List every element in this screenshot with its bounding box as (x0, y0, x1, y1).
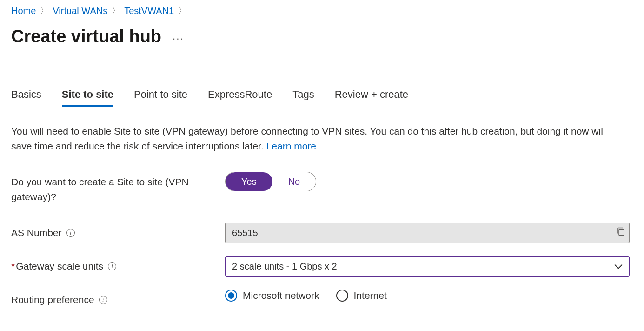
scale-units-value: 2 scale units - 1 Gbps x 2 (225, 256, 630, 277)
more-actions-button[interactable]: ··· (173, 33, 184, 45)
breadcrumb-item-virtual-wans[interactable]: Virtual WANs (53, 6, 107, 16)
label-routing-preference: Routing preference (11, 292, 94, 307)
svg-rect-0 (619, 230, 624, 236)
tabs: Basics Site to site Point to site Expres… (11, 88, 633, 107)
required-indicator: * (11, 261, 15, 271)
breadcrumb: Home 〉 Virtual WANs 〉 TestVWAN1 〉 (11, 0, 633, 18)
radio-label-internet: Internet (354, 290, 387, 301)
copy-icon[interactable] (617, 227, 625, 239)
tab-point-to-site[interactable]: Point to site (134, 88, 187, 107)
page-title: Create virtual hub (11, 27, 161, 47)
tab-expressroute[interactable]: ExpressRoute (208, 88, 272, 107)
row-scale-units: *Gateway scale units i 2 scale units - 1… (11, 256, 633, 277)
breadcrumb-item-home[interactable]: Home (11, 6, 36, 16)
scale-units-select[interactable]: 2 scale units - 1 Gbps x 2 (225, 256, 630, 277)
label-create-gateway: Do you want to create a Site to site (VP… (11, 175, 206, 204)
info-icon[interactable]: i (99, 296, 107, 304)
tab-review-create[interactable]: Review + create (335, 88, 408, 107)
as-number-input (225, 223, 630, 243)
info-icon[interactable]: i (66, 229, 75, 237)
row-routing-preference: Routing preference i Microsoft network I… (11, 290, 633, 307)
label-scale-units: *Gateway scale units (11, 259, 103, 274)
tab-site-to-site[interactable]: Site to site (62, 88, 113, 107)
routing-preference-group: Microsoft network Internet (225, 290, 633, 302)
tab-basics[interactable]: Basics (11, 88, 41, 107)
toggle-option-yes[interactable]: Yes (226, 172, 272, 191)
learn-more-link[interactable]: Learn more (266, 141, 316, 151)
tab-tags[interactable]: Tags (292, 88, 314, 107)
intro-text: You will need to enable Site to site (VP… (11, 124, 625, 153)
breadcrumb-item-testvwan1[interactable]: TestVWAN1 (124, 6, 174, 16)
row-as-number: AS Number i (11, 223, 633, 243)
chevron-right-icon: 〉 (40, 6, 48, 16)
info-icon[interactable]: i (108, 262, 116, 270)
radio-microsoft-network[interactable]: Microsoft network (225, 290, 319, 302)
label-as-number: AS Number (11, 225, 62, 240)
title-row: Create virtual hub ··· (11, 22, 633, 47)
radio-label-ms: Microsoft network (243, 290, 319, 301)
row-create-gateway: Do you want to create a Site to site (VP… (11, 172, 633, 204)
radio-internet[interactable]: Internet (336, 290, 387, 302)
chevron-right-icon: 〉 (179, 6, 186, 16)
toggle-create-gateway[interactable]: Yes No (225, 172, 316, 191)
toggle-option-no[interactable]: No (272, 172, 316, 191)
chevron-right-icon: 〉 (112, 6, 120, 16)
